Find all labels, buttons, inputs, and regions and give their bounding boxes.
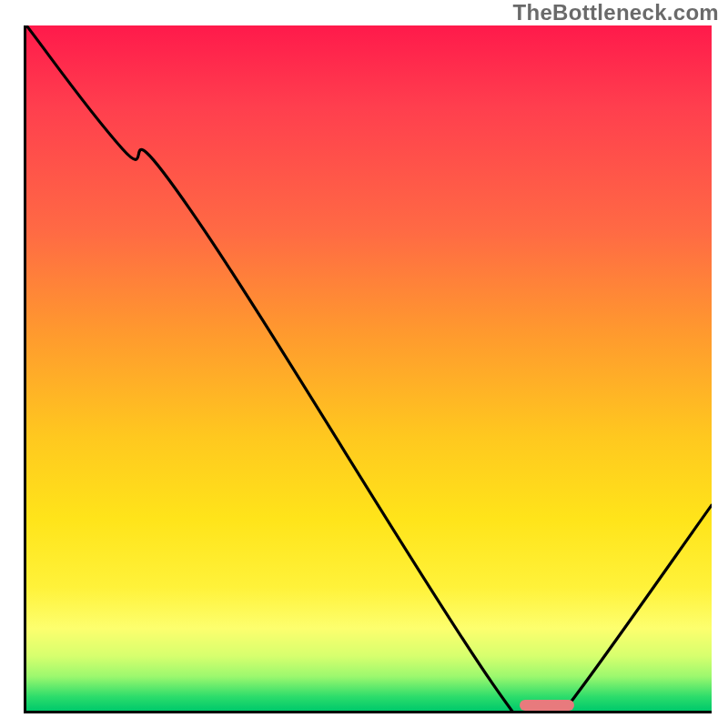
optimal-range-marker [520,700,574,711]
plot-area [24,25,712,713]
bottleneck-curve [26,25,712,711]
watermark-text: TheBottleneck.com [513,0,719,25]
chart-container: TheBottleneck.com [0,0,728,728]
